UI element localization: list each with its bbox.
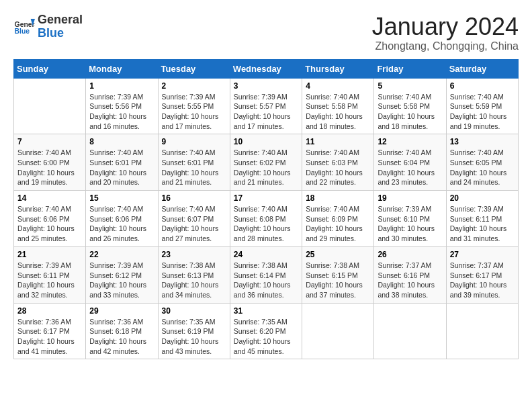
day-number: 18 <box>306 193 370 203</box>
day-number: 19 <box>378 193 442 203</box>
calendar-cell: 14Sunrise: 7:40 AM Sunset: 6:06 PM Dayli… <box>14 191 86 247</box>
day-info: Sunrise: 7:35 AM Sunset: 6:20 PM Dayligh… <box>234 317 298 357</box>
day-number: 8 <box>89 137 154 146</box>
day-number: 21 <box>17 250 82 259</box>
day-info: Sunrise: 7:40 AM Sunset: 6:03 PM Dayligh… <box>306 148 370 187</box>
calendar-cell <box>374 303 446 359</box>
day-info: Sunrise: 7:37 AM Sunset: 6:16 PM Dayligh… <box>378 261 442 300</box>
day-info: Sunrise: 7:40 AM Sunset: 5:59 PM Dayligh… <box>450 92 515 132</box>
calendar-cell: 21Sunrise: 7:39 AM Sunset: 6:11 PM Dayli… <box>14 246 86 303</box>
calendar-cell: 27Sunrise: 7:37 AM Sunset: 6:17 PM Dayli… <box>446 246 518 303</box>
day-number: 13 <box>450 137 515 146</box>
day-info: Sunrise: 7:40 AM Sunset: 6:06 PM Dayligh… <box>17 204 82 244</box>
calendar-cell: 26Sunrise: 7:37 AM Sunset: 6:16 PM Dayli… <box>374 246 446 303</box>
logo: General Blue General Blue <box>13 13 83 40</box>
calendar-cell: 1Sunrise: 7:39 AM Sunset: 5:56 PM Daylig… <box>86 78 158 134</box>
day-number: 23 <box>162 250 226 259</box>
day-info: Sunrise: 7:37 AM Sunset: 6:17 PM Dayligh… <box>450 261 515 300</box>
calendar-subtitle: Zhongtang, Chongqing, China <box>372 40 519 52</box>
day-info: Sunrise: 7:39 AM Sunset: 6:12 PM Dayligh… <box>89 261 154 300</box>
calendar-title: January 2024 <box>372 13 519 40</box>
day-number: 22 <box>89 250 154 259</box>
weekday-header-sunday: Sunday <box>14 59 86 78</box>
weekday-header-friday: Friday <box>374 59 446 78</box>
calendar-cell: 5Sunrise: 7:40 AM Sunset: 5:58 PM Daylig… <box>374 78 446 134</box>
day-info: Sunrise: 7:40 AM Sunset: 6:00 PM Dayligh… <box>17 148 82 187</box>
day-number: 9 <box>162 137 226 146</box>
day-number: 7 <box>17 137 82 146</box>
calendar-cell: 23Sunrise: 7:38 AM Sunset: 6:13 PM Dayli… <box>158 246 230 303</box>
calendar-week-row: 14Sunrise: 7:40 AM Sunset: 6:06 PM Dayli… <box>14 191 519 247</box>
day-info: Sunrise: 7:39 AM Sunset: 6:11 PM Dayligh… <box>17 261 82 300</box>
calendar-cell: 10Sunrise: 7:40 AM Sunset: 6:02 PM Dayli… <box>230 134 302 191</box>
calendar-cell: 19Sunrise: 7:39 AM Sunset: 6:10 PM Dayli… <box>374 191 446 247</box>
day-number: 12 <box>378 137 442 146</box>
day-number: 30 <box>162 306 226 316</box>
calendar-cell: 3Sunrise: 7:39 AM Sunset: 5:57 PM Daylig… <box>230 78 302 134</box>
day-number: 11 <box>306 137 370 146</box>
calendar-cell: 28Sunrise: 7:36 AM Sunset: 6:17 PM Dayli… <box>14 303 86 359</box>
weekday-header-wednesday: Wednesday <box>230 59 302 78</box>
calendar-cell <box>446 303 518 359</box>
logo-text: General Blue <box>38 13 83 40</box>
weekday-header-row: SundayMondayTuesdayWednesdayThursdayFrid… <box>14 59 519 78</box>
calendar-week-row: 21Sunrise: 7:39 AM Sunset: 6:11 PM Dayli… <box>14 246 519 303</box>
calendar-cell: 16Sunrise: 7:40 AM Sunset: 6:07 PM Dayli… <box>158 191 230 247</box>
day-info: Sunrise: 7:39 AM Sunset: 5:55 PM Dayligh… <box>162 92 226 132</box>
calendar-cell: 20Sunrise: 7:39 AM Sunset: 6:11 PM Dayli… <box>446 191 518 247</box>
day-number: 24 <box>234 250 298 259</box>
calendar-cell: 6Sunrise: 7:40 AM Sunset: 5:59 PM Daylig… <box>446 78 518 134</box>
day-number: 26 <box>378 250 442 259</box>
day-number: 14 <box>17 193 82 203</box>
calendar-cell: 15Sunrise: 7:40 AM Sunset: 6:06 PM Dayli… <box>86 191 158 247</box>
day-number: 3 <box>234 81 298 91</box>
calendar-cell: 30Sunrise: 7:35 AM Sunset: 6:19 PM Dayli… <box>158 303 230 359</box>
day-info: Sunrise: 7:35 AM Sunset: 6:19 PM Dayligh… <box>162 317 226 357</box>
day-info: Sunrise: 7:39 AM Sunset: 5:57 PM Dayligh… <box>234 92 298 132</box>
day-info: Sunrise: 7:36 AM Sunset: 6:18 PM Dayligh… <box>89 317 154 357</box>
calendar-cell: 9Sunrise: 7:40 AM Sunset: 6:01 PM Daylig… <box>158 134 230 191</box>
calendar-cell: 4Sunrise: 7:40 AM Sunset: 5:58 PM Daylig… <box>302 78 374 134</box>
day-info: Sunrise: 7:39 AM Sunset: 6:11 PM Dayligh… <box>450 204 515 244</box>
calendar-week-row: 7Sunrise: 7:40 AM Sunset: 6:00 PM Daylig… <box>14 134 519 191</box>
day-number: 4 <box>306 81 370 91</box>
day-info: Sunrise: 7:40 AM Sunset: 6:01 PM Dayligh… <box>162 148 226 187</box>
day-info: Sunrise: 7:40 AM Sunset: 6:07 PM Dayligh… <box>162 204 226 244</box>
day-info: Sunrise: 7:38 AM Sunset: 6:14 PM Dayligh… <box>234 261 298 300</box>
calendar-week-row: 1Sunrise: 7:39 AM Sunset: 5:56 PM Daylig… <box>14 78 519 134</box>
calendar-cell: 17Sunrise: 7:40 AM Sunset: 6:08 PM Dayli… <box>230 191 302 247</box>
day-info: Sunrise: 7:40 AM Sunset: 6:01 PM Dayligh… <box>89 148 154 187</box>
calendar-cell: 12Sunrise: 7:40 AM Sunset: 6:04 PM Dayli… <box>374 134 446 191</box>
day-info: Sunrise: 7:39 AM Sunset: 6:10 PM Dayligh… <box>378 204 442 244</box>
day-info: Sunrise: 7:40 AM Sunset: 5:58 PM Dayligh… <box>378 92 442 132</box>
day-info: Sunrise: 7:38 AM Sunset: 6:15 PM Dayligh… <box>306 261 370 300</box>
day-info: Sunrise: 7:40 AM Sunset: 6:04 PM Dayligh… <box>378 148 442 187</box>
day-number: 29 <box>89 306 154 316</box>
day-info: Sunrise: 7:40 AM Sunset: 6:05 PM Dayligh… <box>450 148 515 187</box>
title-block: January 2024 Zhongtang, Chongqing, China <box>372 13 519 52</box>
weekday-header-monday: Monday <box>86 59 158 78</box>
day-number: 6 <box>450 81 515 91</box>
day-number: 16 <box>162 193 226 203</box>
day-number: 20 <box>450 193 515 203</box>
day-number: 5 <box>378 81 442 91</box>
logo-icon: General Blue <box>13 16 35 38</box>
calendar-cell <box>14 78 86 134</box>
weekday-header-tuesday: Tuesday <box>158 59 230 78</box>
weekday-header-thursday: Thursday <box>302 59 374 78</box>
calendar-week-row: 28Sunrise: 7:36 AM Sunset: 6:17 PM Dayli… <box>14 303 519 359</box>
calendar-cell: 7Sunrise: 7:40 AM Sunset: 6:00 PM Daylig… <box>14 134 86 191</box>
day-info: Sunrise: 7:40 AM Sunset: 6:08 PM Dayligh… <box>234 204 298 244</box>
day-number: 27 <box>450 250 515 259</box>
day-info: Sunrise: 7:39 AM Sunset: 5:56 PM Dayligh… <box>89 92 154 132</box>
day-info: Sunrise: 7:38 AM Sunset: 6:13 PM Dayligh… <box>162 261 226 300</box>
calendar-cell: 25Sunrise: 7:38 AM Sunset: 6:15 PM Dayli… <box>302 246 374 303</box>
calendar-cell: 13Sunrise: 7:40 AM Sunset: 6:05 PM Dayli… <box>446 134 518 191</box>
weekday-header-saturday: Saturday <box>446 59 518 78</box>
day-number: 10 <box>234 137 298 146</box>
day-info: Sunrise: 7:40 AM Sunset: 6:06 PM Dayligh… <box>89 204 154 244</box>
day-number: 31 <box>234 306 298 316</box>
day-number: 15 <box>89 193 154 203</box>
calendar-table: SundayMondayTuesdayWednesdayThursdayFrid… <box>13 59 519 360</box>
day-info: Sunrise: 7:40 AM Sunset: 6:02 PM Dayligh… <box>234 148 298 187</box>
